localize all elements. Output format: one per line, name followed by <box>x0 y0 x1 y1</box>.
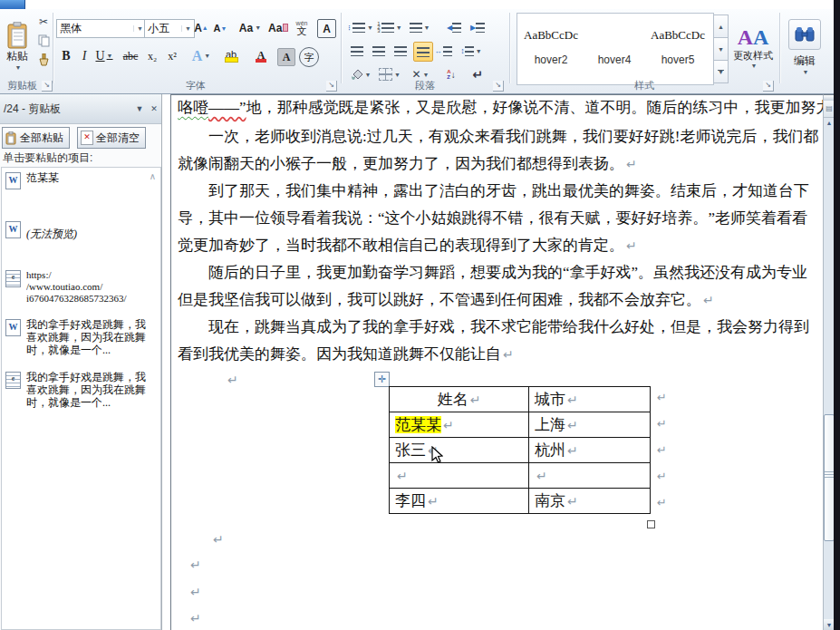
paint-bucket-icon <box>351 69 363 81</box>
table-move-handle[interactable]: ✛ <box>374 372 390 387</box>
styles-gallery-scroll-down[interactable]: ▼ <box>713 37 729 61</box>
table-cell[interactable]: 范某某↵ <box>390 412 529 438</box>
clipboard-item[interactable]: e https:/ /www.toutiao.com/ i67604763286… <box>4 269 156 315</box>
font-name-combo[interactable]: 黑体 ▼ <box>56 19 147 38</box>
phonetic-guide-button[interactable]: wén 文 <box>292 17 312 36</box>
clear-all-label: 全部清空 <box>96 131 140 146</box>
document-text-line[interactable]: 觉更加奇妙了，当时我都不敢相信自己的表现得到了大家的肯定。↵ <box>178 235 637 256</box>
increase-indent-button[interactable]: ▶ <box>468 18 488 36</box>
font-dialog-launcher[interactable]: ↘ <box>326 81 337 92</box>
table-cell[interactable]: 上海↵ <box>529 412 651 438</box>
document-text-line[interactable]: 咯噔——”地，那种感觉既是紧张，又是欣慰，好像说不清、道不明。随后的练习中，我更… <box>178 97 824 118</box>
text-effects-button[interactable]: A▼ <box>188 47 214 65</box>
paste-label: 粘贴 <box>6 49 28 64</box>
document-text-line[interactable]: 就像闹翻天的小猴子一般，更加努力了，因为我们都想得到表扬。↵ <box>178 153 637 174</box>
font-color-button[interactable]: A <box>248 47 274 65</box>
change-styles-dropdown-arrow[interactable]: ▼ <box>751 63 758 69</box>
strikethrough-button[interactable]: abc <box>120 47 141 65</box>
styles-dialog-launcher[interactable]: ↘ <box>763 81 774 92</box>
editing-label: 编辑 <box>794 53 816 69</box>
table-cell[interactable]: ↵ <box>529 463 651 489</box>
style-item-hover2[interactable]: AaBbCcDc hover2 <box>521 17 581 79</box>
numbering-button[interactable]: 123▼ <box>377 18 402 36</box>
character-shading-button[interactable]: A <box>277 48 295 66</box>
highlight-color-button[interactable]: ab <box>217 47 245 65</box>
scissors-icon: ✂ <box>39 15 48 28</box>
pane-menu-arrow-icon[interactable]: ▼ <box>132 102 147 116</box>
borders-button[interactable]: ▼ <box>377 65 402 83</box>
underline-button[interactable]: U▼ <box>92 47 116 65</box>
subscript-button[interactable]: x₂ <box>143 47 161 65</box>
align-right-button[interactable] <box>391 42 410 60</box>
character-border-button[interactable]: A <box>317 19 336 38</box>
table-cell[interactable]: 杭州↵ <box>529 438 651 463</box>
paste-button[interactable]: 粘贴 ▼ <box>2 12 33 81</box>
format-painter-button[interactable] <box>35 53 52 67</box>
shrink-font-button[interactable]: A▼ <box>212 20 228 36</box>
document-text-line[interactable]: 一次，老师收到消息说:过几天，有观众来看我们跳舞，我们要好好跳!老师说完后，我们… <box>178 126 818 147</box>
pane-close-icon[interactable]: ✕ <box>147 102 161 116</box>
enclose-characters-button[interactable]: 字 <box>299 47 319 67</box>
document-text-line[interactable]: 随后的日子里，我更加勤奋学习舞蹈，想要成为我的“拿手好戏”。虽然我还没有成为专业 <box>178 262 807 283</box>
font-size-dropdown-icon[interactable]: ▼ <box>181 25 191 32</box>
show-hide-marks-button[interactable]: ↵ <box>468 65 488 83</box>
style-item-hover5[interactable]: AaBbCcDc hover5 <box>648 17 708 79</box>
table-header-cell[interactable]: 姓名↵ <box>390 387 529 412</box>
document-text-line[interactable]: 看到我优美的舞姿。因为我知道跳舞不仅能让自↵ <box>178 344 514 364</box>
ribbon: 粘贴 ▼ ✂ 剪贴板 ↘ 黑体 ▼ 小五 ▼ <box>0 9 834 94</box>
document-text-line[interactable]: 现在，跳舞当真成为了我的拿手好戏，我不求它能带给我什么好处，但是，我会努力得到 <box>178 316 809 337</box>
home-tab-stub[interactable] <box>0 0 25 9</box>
superscript-button[interactable]: x² <box>163 47 181 65</box>
styles-gallery-scroll-up[interactable]: ▲ <box>713 15 729 38</box>
copy-button[interactable] <box>35 34 52 48</box>
pilcrow-mark: ↵ <box>190 585 201 599</box>
align-left-button[interactable] <box>348 42 366 60</box>
table-header-cell[interactable]: 城市↵ <box>529 387 651 412</box>
clear-all-button[interactable]: ✕ 全部清空 <box>77 127 146 149</box>
word-document-icon: W <box>5 319 21 336</box>
paste-all-button[interactable]: 全部粘贴 <box>2 127 70 149</box>
clipboard-item[interactable]: W 范某某 <box>4 171 156 217</box>
table-cell[interactable]: ↵ <box>390 463 529 489</box>
document-text-line[interactable]: 到了那天，我们集中精神，露出了洁白的牙齿，跳出最优美的舞姿。结束后，才知道台下 <box>178 180 809 201</box>
table-resize-handle[interactable] <box>647 520 655 528</box>
align-center-button[interactable] <box>370 42 388 60</box>
line-spacing-button[interactable]: ↕▼ <box>459 42 484 60</box>
document-text-line[interactable]: 导，其中一位领导看着我说：“这个小姑娘跳得不错，很有天赋，要好好培养。”老师笑着… <box>178 208 807 228</box>
change-styles-button[interactable]: AA 更改样式 ▼ <box>730 12 776 82</box>
clipboard-item-text: 我的拿手好戏是跳舞，我喜欢跳舞，因为我在跳舞时，就像是一个... <box>26 371 151 418</box>
font-size-combo[interactable]: 小五 ▼ <box>144 19 195 38</box>
font-name-dropdown-icon[interactable]: ▼ <box>133 25 143 32</box>
change-case-button[interactable]: Aa▼ <box>237 19 263 36</box>
paragraph-dialog-launcher[interactable]: ↘ <box>493 81 504 92</box>
multilevel-list-button[interactable]: ▼ <box>406 18 433 36</box>
decrease-indent-button[interactable]: ◀ <box>444 18 464 36</box>
document-text-line[interactable]: 但是我坚信我可以做到，我可以跳好，不管遇到任何困难，我都不会放弃它。↵ <box>178 289 714 310</box>
italic-button[interactable]: I <box>78 47 91 65</box>
shading-button[interactable]: ▼ <box>348 65 373 83</box>
clear-formatting-button[interactable]: Aa <box>268 19 288 36</box>
clipboard-url-line: /www.toutiao.com/ <box>26 281 102 292</box>
table-cell[interactable]: 李四↵ <box>390 489 529 514</box>
cut-button[interactable]: ✂ <box>35 15 52 29</box>
clipboard-item[interactable]: W 我的拿手好戏是跳舞，我喜欢跳舞，因为我在跳舞时，就像是一个... <box>4 318 156 365</box>
document-editing-area[interactable]: 咯噔——”地，那种感觉既是紧张，又是欣慰，好像说不清、道不明。随后的练习中，我更… <box>170 94 824 630</box>
paste-all-label: 全部粘贴 <box>20 131 63 146</box>
paste-dropdown-arrow[interactable]: ▼ <box>15 64 22 71</box>
table-cell[interactable]: 张三↵ <box>390 438 529 463</box>
editing-button[interactable]: 编辑 ▼ <box>785 12 825 82</box>
sort-button[interactable]: AZ ↓ <box>440 65 462 83</box>
styles-gallery-more-button[interactable]: ▼ <box>713 60 729 83</box>
clipboard-dialog-launcher[interactable]: ↘ <box>42 81 53 92</box>
editing-dropdown-arrow[interactable]: ▼ <box>803 69 809 75</box>
bold-button[interactable]: B <box>58 47 74 65</box>
justify-button-active[interactable] <box>413 42 433 62</box>
clipboard-item[interactable]: e 我的拿手好戏是跳舞，我喜欢跳舞，因为我在跳舞时，就像是一个... <box>4 371 156 418</box>
distribute-button[interactable]: ↔ <box>433 42 453 60</box>
grow-font-button[interactable]: A▲ <box>192 19 210 36</box>
bullets-button[interactable]: ⁝▼ <box>348 18 373 36</box>
style-item-hover4[interactable]: hover4 <box>584 17 644 79</box>
clear-formatting-icon: Aa <box>268 22 282 34</box>
table-cell[interactable]: 南京↵ <box>529 489 651 514</box>
clipboard-item[interactable]: W (无法预览) <box>4 220 156 266</box>
